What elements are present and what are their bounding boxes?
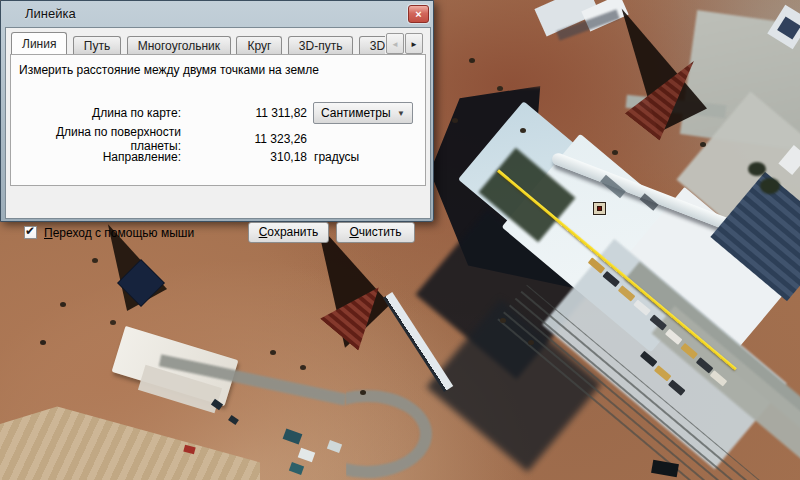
save-button[interactable]: Сохранить: [248, 222, 329, 243]
measure-point-marker-icon[interactable]: [593, 202, 606, 215]
clear-button[interactable]: Очистить: [336, 222, 415, 243]
loop-road: [302, 390, 432, 478]
chevron-down-icon: ▼: [397, 109, 405, 118]
tab-scroll-buttons: ◄ ►: [386, 33, 424, 54]
tab-scroll-right-icon[interactable]: ►: [405, 33, 423, 54]
map-length-label: Длина по карте:: [17, 106, 181, 120]
tab-3d-path[interactable]: 3D-путь: [288, 36, 354, 54]
measurement-panel: Измерить расстояние между двумя точками …: [10, 54, 426, 186]
container: [289, 462, 304, 475]
heading-value: 310,18: [181, 150, 307, 164]
checkmark-icon: ✔: [25, 224, 35, 238]
units-dropdown-value: Сантиметры: [321, 106, 391, 120]
tab-circle[interactable]: Круг: [236, 36, 282, 54]
dialog-titlebar[interactable]: Линейка ×: [1, 1, 433, 27]
map-length-value: 11 311,82: [181, 106, 307, 120]
vegetation-dots: [469, 58, 475, 63]
heading-label: Направление:: [17, 150, 181, 164]
dialog-title: Линейка: [25, 6, 76, 21]
container: [298, 448, 316, 463]
concrete-pad-herringbone: [0, 400, 260, 480]
tab-3d-polygon[interactable]: 3D-много: [359, 36, 385, 54]
surface-length-value: 11 323,26: [181, 132, 307, 146]
tree: [748, 162, 766, 176]
container: [283, 428, 303, 444]
tab-scroll-left-icon: ◄: [386, 33, 404, 54]
tab-bar: Линия Путь Многоугольник Круг 3D-путь 3D…: [11, 31, 385, 54]
units-dropdown[interactable]: Сантиметры ▼: [313, 102, 413, 124]
container: [327, 440, 342, 453]
mouse-nav-label[interactable]: Переход с помощью мыши: [44, 226, 194, 240]
panel-description: Измерить расстояние между двумя точками …: [19, 63, 319, 77]
tab-line[interactable]: Линия: [11, 32, 67, 54]
ruler-dialog: Линейка × Линия Путь Многоугольник Круг …: [0, 0, 434, 222]
marker-core: [597, 206, 602, 211]
heading-unit: градусы: [314, 150, 359, 164]
close-button[interactable]: ×: [408, 5, 429, 23]
tab-path[interactable]: Путь: [73, 36, 121, 54]
mouse-nav-checkbox[interactable]: ✔: [24, 226, 37, 239]
close-icon: ×: [415, 8, 421, 20]
google-earth-screen: Линейка × Линия Путь Многоугольник Круг …: [0, 0, 800, 480]
map-length-row: Длина по карте: 11 311,82 Сантиметры ▼: [17, 101, 419, 124]
dialog-body: Линия Путь Многоугольник Круг 3D-путь 3D…: [5, 27, 431, 219]
tab-polygon[interactable]: Многоугольник: [127, 36, 231, 54]
vehicle: [228, 415, 239, 425]
heading-row: Направление: 310,18 градусы: [17, 149, 419, 165]
tree: [760, 178, 780, 194]
surface-length-row: Длина по поверхности планеты: 11 323,26: [17, 131, 419, 147]
